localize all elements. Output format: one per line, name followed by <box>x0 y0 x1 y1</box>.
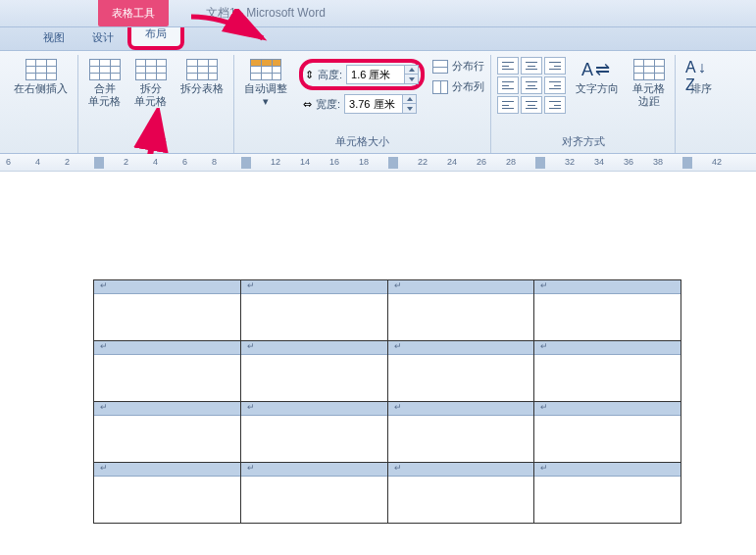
table-cell[interactable]: ↵ <box>534 280 681 341</box>
ruler-tick: 12 <box>271 157 280 167</box>
ruler-tick: 4 <box>153 157 158 167</box>
split-table-button[interactable]: 拆分表格 <box>176 57 227 97</box>
table-cell[interactable]: ↵ <box>387 341 534 402</box>
align-bot-right-button[interactable] <box>544 96 566 114</box>
ruler-tick: 18 <box>359 157 369 167</box>
distribute-cols-button[interactable]: 分布列 <box>432 79 484 94</box>
ruler-tick: 34 <box>594 157 604 167</box>
document-table[interactable]: ↵↵↵↵↵↵↵↵↵↵↵↵↵↵↵↵ <box>93 279 681 524</box>
insert-right-label: 在右侧插入 <box>14 82 68 95</box>
ruler-marker <box>682 157 692 169</box>
table-row[interactable]: ↵↵↵↵ <box>94 463 681 524</box>
document-area[interactable]: ↵↵↵↵↵↵↵↵↵↵↵↵↵↵↵↵ <box>0 172 756 524</box>
merge-cells-button[interactable]: 合并 单元格 <box>84 57 125 110</box>
ruler-tick: 4 <box>35 157 40 167</box>
table-cell[interactable]: ↵ <box>240 341 387 402</box>
table-row[interactable]: ↵↵↵↵ <box>94 341 681 402</box>
width-up-button[interactable] <box>402 95 416 104</box>
table-cell[interactable]: ↵ <box>94 402 241 463</box>
align-bot-left-button[interactable] <box>497 96 519 114</box>
autofit-icon <box>250 59 281 80</box>
ruler-marker <box>535 157 545 169</box>
height-highlight: ⇕ 高度: <box>299 59 425 90</box>
merge-cells-label: 合并 单元格 <box>88 82 121 108</box>
width-field[interactable] <box>345 98 402 110</box>
cell-selection-band: ↵ <box>94 341 240 355</box>
table-cell[interactable]: ↵ <box>240 463 387 524</box>
height-field[interactable] <box>347 69 404 80</box>
ruler-tick: 26 <box>477 157 486 167</box>
split-cells-icon <box>135 59 167 80</box>
split-cells-button[interactable]: 拆分 单元格 <box>130 57 171 110</box>
height-up-button[interactable] <box>404 66 418 75</box>
split-table-label: 拆分表格 <box>180 82 224 95</box>
table-cell[interactable]: ↵ <box>387 280 534 341</box>
group-label-cellsize: 单元格大小 <box>240 132 484 151</box>
distribute-cols-icon <box>432 80 448 94</box>
chevron-up-icon <box>409 68 415 72</box>
table-cell[interactable]: ↵ <box>240 402 387 463</box>
tab-view[interactable]: 视图 <box>29 25 78 50</box>
cell-selection-band: ↵ <box>94 280 240 294</box>
horizontal-ruler[interactable]: 642246812141618222426283234363842 <box>0 154 756 172</box>
align-bot-center-button[interactable] <box>521 96 542 114</box>
insert-right-button[interactable]: 在右侧插入 <box>10 57 72 97</box>
align-top-left-button[interactable] <box>497 57 519 75</box>
table-cell[interactable]: ↵ <box>534 402 681 463</box>
ribbon-tabs: 视图 设计 布局 <box>0 27 756 51</box>
tab-design[interactable]: 设计 <box>78 25 127 50</box>
cell-selection-band: ↵ <box>241 280 387 294</box>
split-table-icon <box>186 59 218 80</box>
height-down-button[interactable] <box>404 75 418 83</box>
chevron-down-icon <box>407 107 413 111</box>
alignment-grid <box>497 57 566 114</box>
align-top-center-button[interactable] <box>521 57 542 75</box>
sort-button[interactable]: A↓Z 排序 <box>681 57 721 97</box>
cell-selection-band: ↵ <box>534 280 680 294</box>
table-cell[interactable]: ↵ <box>534 341 681 402</box>
text-direction-button[interactable]: A⇌ 文字方向 <box>572 57 623 97</box>
window-title: 文档1 - Microsoft Word <box>206 5 326 22</box>
height-label: 高度: <box>318 68 342 82</box>
ruler-tick: 38 <box>653 157 663 167</box>
align-top-right-button[interactable] <box>544 57 566 75</box>
group-rows-cols: 在右侧插入 <box>4 55 78 153</box>
cell-margins-button[interactable]: 单元格 边距 <box>629 57 669 110</box>
table-row[interactable]: ↵↵↵↵ <box>94 280 681 341</box>
align-mid-left-button[interactable] <box>497 76 519 94</box>
chevron-down-icon <box>409 77 415 81</box>
ruler-tick: 6 <box>6 157 11 167</box>
width-input[interactable] <box>344 94 417 114</box>
table-insert-right-icon <box>25 59 57 80</box>
table-cell[interactable]: ↵ <box>387 402 534 463</box>
table-cell[interactable]: ↵ <box>240 280 387 341</box>
text-direction-label: 文字方向 <box>576 82 619 95</box>
group-label-align: 对齐方式 <box>497 132 669 151</box>
group-label-data <box>681 135 721 151</box>
height-input[interactable] <box>346 65 419 84</box>
cell-selection-band: ↵ <box>241 463 387 477</box>
ruler-tick: 22 <box>418 157 428 167</box>
ruler-marker <box>241 157 251 169</box>
table-cell[interactable]: ↵ <box>534 463 681 524</box>
table-cell[interactable]: ↵ <box>387 463 534 524</box>
ruler-tick: 42 <box>712 157 722 167</box>
distribute-cols-label: 分布列 <box>452 79 484 94</box>
table-cell[interactable]: ↵ <box>94 463 241 524</box>
align-mid-center-button[interactable] <box>521 76 542 94</box>
cell-selection-band: ↵ <box>388 341 534 355</box>
text-direction-icon: A⇌ <box>581 59 613 80</box>
table-cell[interactable]: ↵ <box>94 280 241 341</box>
group-data: A↓Z 排序 <box>676 55 727 153</box>
width-down-button[interactable] <box>402 104 416 113</box>
width-label: 宽度: <box>316 97 340 112</box>
align-mid-right-button[interactable] <box>544 76 566 94</box>
cell-selection-band: ↵ <box>388 463 534 477</box>
table-row[interactable]: ↵↵↵↵ <box>94 402 681 463</box>
cell-selection-band: ↵ <box>534 463 680 477</box>
group-cell-size: 自动调整▾ ⇕ 高度: <box>234 55 491 153</box>
distribute-rows-button[interactable]: 分布行 <box>432 59 484 74</box>
ruler-tick: 16 <box>329 157 339 167</box>
table-cell[interactable]: ↵ <box>94 341 241 402</box>
autofit-button[interactable]: 自动调整▾ <box>240 57 291 110</box>
